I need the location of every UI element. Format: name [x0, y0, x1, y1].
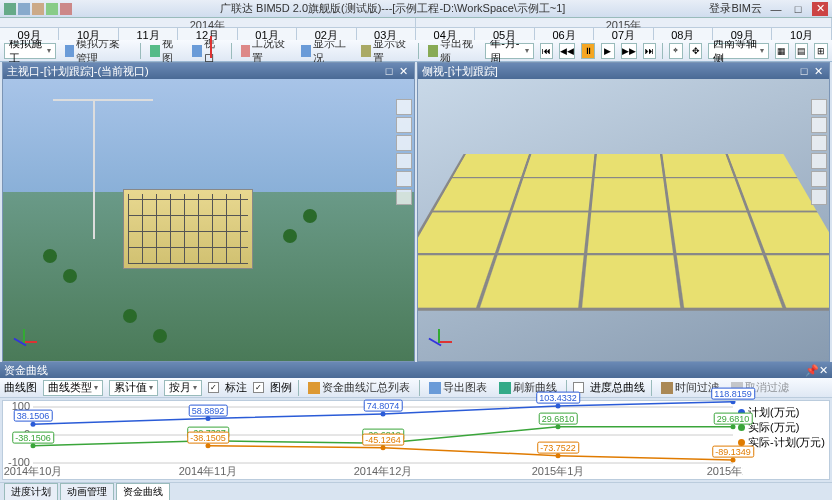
bottom-tab[interactable]: 资金曲线 [116, 483, 170, 500]
tool-button[interactable]: ⌖ [669, 43, 683, 59]
export-chart-button[interactable]: 导出图表 [426, 379, 490, 396]
chart-data-label: -89.1349 [712, 446, 754, 458]
viewport-close-button[interactable]: ✕ [811, 65, 825, 78]
timeline-years: 2014年2015年 [0, 18, 832, 28]
svg-text:2014年12月: 2014年12月 [354, 465, 413, 477]
svg-text:2014年11月: 2014年11月 [179, 465, 238, 477]
timeline-month[interactable]: 11月 [119, 28, 178, 40]
login-cloud-link[interactable]: 登录BIM云 [709, 1, 762, 16]
play-first-button[interactable]: ⏮ [540, 43, 554, 59]
svg-point-24 [731, 457, 736, 462]
qat-icon[interactable] [46, 3, 58, 15]
by-month-dropdown[interactable]: 按月 [164, 380, 202, 396]
timeline-month[interactable]: 09月 [713, 28, 772, 40]
chart-toolbar: 曲线图 曲线类型 累计值 按月 ✓标注 ✓图例 资金曲线汇总列表 导出图表 刷新… [0, 378, 832, 398]
svg-point-20 [731, 424, 736, 429]
vp-tool-button[interactable] [811, 189, 827, 205]
tool-button[interactable]: ▤ [795, 43, 809, 59]
floor-slab-model [418, 154, 829, 311]
chart-data-label: -38.1506 [12, 431, 54, 443]
view-angle-dropdown[interactable]: 西南等轴侧 [708, 43, 769, 59]
timeline-month[interactable]: 08月 [654, 28, 713, 40]
tool-button[interactable]: ⊞ [814, 43, 828, 59]
timeline-months: 09月10月11月12月01月02月03月04月05月06月07月08月09月1… [0, 28, 832, 40]
tool-button[interactable]: ▦ [775, 43, 789, 59]
chart-area[interactable]: -10001002014年10月2014年11月2014年12月2015年1月2… [2, 400, 830, 480]
chart-data-label: 29.6810 [714, 412, 753, 424]
svg-point-16 [31, 443, 36, 448]
chart-panel-title: 资金曲线 [4, 363, 48, 378]
viewport-title: 侧视-[计划跟踪] [422, 64, 498, 79]
bottom-tab[interactable]: 动画管理 [60, 483, 114, 500]
timeline-month[interactable]: 09月 [0, 28, 59, 40]
svg-text:2015年2月: 2015年2月 [707, 465, 743, 477]
mark-checkbox[interactable]: ✓ [208, 382, 219, 393]
vp-tool-button[interactable] [396, 171, 412, 187]
chart-data-label: 38.1506 [14, 410, 53, 422]
viewport-max-button[interactable]: □ [797, 65, 811, 77]
timeline-month[interactable]: 10月 [772, 28, 831, 40]
crane-model [93, 99, 95, 239]
chart-type-label: 曲线图 [4, 380, 37, 395]
legend-checkbox[interactable]: ✓ [253, 382, 264, 393]
timeline-ruler[interactable]: 2014年2015年 09月10月11月12月01月02月03月04月05月06… [0, 18, 832, 40]
timeline-current-marker[interactable] [210, 36, 212, 58]
vp-tool-button[interactable] [811, 135, 827, 151]
play-last-button[interactable]: ⏭ [643, 43, 657, 59]
axis-gizmo[interactable] [424, 327, 452, 355]
timeline-month[interactable]: 12月 [178, 28, 237, 40]
viewport-close-button[interactable]: ✕ [396, 65, 410, 78]
timeline-month[interactable]: 02月 [297, 28, 356, 40]
panel-close-button[interactable]: ✕ [819, 364, 828, 377]
qat-icon[interactable] [32, 3, 44, 15]
play-prev-button[interactable]: ◀◀ [559, 43, 575, 59]
summary-button[interactable]: 资金曲线汇总列表 [305, 379, 413, 396]
timeline-month[interactable]: 03月 [357, 28, 416, 40]
mode-dropdown[interactable]: 模拟施工 [4, 43, 56, 59]
play-pause-button[interactable]: ⏸ [581, 43, 595, 59]
viewport-3d-canvas[interactable] [3, 79, 414, 361]
qat-icon[interactable] [60, 3, 72, 15]
axis-gizmo[interactable] [9, 327, 37, 355]
main-viewport: 主视口-[计划跟踪]-(当前视口) □ ✕ [2, 62, 415, 362]
vp-tool-button[interactable] [396, 153, 412, 169]
timeline-month[interactable]: 01月 [238, 28, 297, 40]
minimize-button[interactable]: — [768, 2, 784, 16]
viewport-3d-canvas[interactable] [418, 79, 829, 361]
viewport-header: 侧视-[计划跟踪] □ ✕ [418, 63, 829, 79]
viewport-header: 主视口-[计划跟踪]-(当前视口) □ ✕ [3, 63, 414, 79]
play-play-button[interactable]: ▶ [601, 43, 615, 59]
vp-tool-button[interactable] [396, 117, 412, 133]
svg-point-21 [206, 443, 211, 448]
panel-pin-button[interactable]: 📌 [805, 364, 819, 377]
timeline-month[interactable]: 07月 [594, 28, 653, 40]
side-viewport: 侧视-[计划跟踪] □ ✕ [417, 62, 830, 362]
timeline-month[interactable]: 05月 [475, 28, 534, 40]
chart-data-label: 58.8892 [189, 404, 228, 416]
bottom-tabs: 进度计划动画管理资金曲线 [0, 482, 832, 500]
chart-data-label: -38.1505 [187, 431, 229, 443]
timeline-month[interactable]: 04月 [416, 28, 475, 40]
timeline-year: 2014年 [0, 18, 416, 27]
maximize-button[interactable]: □ [790, 2, 806, 16]
vp-tool-button[interactable] [811, 153, 827, 169]
vp-tool-button[interactable] [396, 189, 412, 205]
vp-tool-button[interactable] [396, 99, 412, 115]
vp-tool-button[interactable] [811, 99, 827, 115]
curve-type-dropdown[interactable]: 曲线类型 [43, 380, 103, 396]
vp-tool-button[interactable] [811, 171, 827, 187]
app-icon [4, 3, 16, 15]
qat-icon[interactable] [18, 3, 30, 15]
play-next-button[interactable]: ▶▶ [621, 43, 637, 59]
viewport-max-button[interactable]: □ [382, 65, 396, 77]
time-unit-dropdown[interactable]: 年-月-周 [485, 43, 534, 59]
chart-data-label: 103.4332 [536, 392, 580, 404]
vp-tool-button[interactable] [811, 117, 827, 133]
timeline-month[interactable]: 10月 [59, 28, 118, 40]
vp-tool-button[interactable] [396, 135, 412, 151]
cumulative-dropdown[interactable]: 累计值 [109, 380, 158, 396]
tool-button[interactable]: ✥ [689, 43, 703, 59]
timeline-month[interactable]: 06月 [535, 28, 594, 40]
close-button[interactable]: ✕ [812, 2, 828, 16]
bottom-tab[interactable]: 进度计划 [4, 483, 58, 500]
